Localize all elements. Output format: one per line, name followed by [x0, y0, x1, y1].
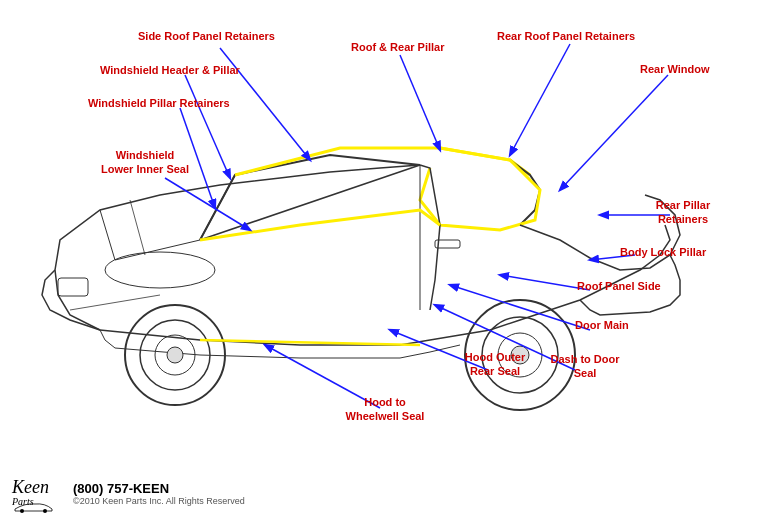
- footer-copyright: ©2010 Keen Parts Inc. All Rights Reserve…: [73, 496, 245, 506]
- side-roof-panel-retainers-label: Side Roof Panel Retainers: [138, 29, 275, 43]
- roof-rear-pillar-label: Roof & Rear Pillar: [351, 40, 445, 54]
- rear-pillar-retainers-label: Rear Pillar Retainers: [643, 198, 723, 227]
- logo-icon: Keen Parts: [10, 473, 65, 513]
- rear-window-label: Rear Window: [640, 62, 710, 76]
- svg-line-14: [510, 44, 570, 155]
- svg-rect-9: [58, 278, 88, 296]
- svg-point-4: [167, 347, 183, 363]
- windshield-pillar-retainers-label: Windshield Pillar Retainers: [88, 96, 230, 110]
- svg-point-0: [105, 252, 215, 288]
- door-main-label: Door Main: [575, 318, 629, 332]
- rear-roof-panel-retainers-label: Rear Roof Panel Retainers: [497, 29, 635, 43]
- svg-line-16: [560, 75, 668, 190]
- windshield-header-pillar-label: Windshield Header & Pillar: [100, 63, 240, 77]
- hood-to-wheelwell-seal-label: Hood to Wheelwell Seal: [340, 395, 430, 424]
- windshield-lower-inner-seal-label: Windshield Lower Inner Seal: [100, 148, 190, 177]
- svg-text:Keen: Keen: [11, 477, 49, 497]
- roof-panel-side-label: Roof Panel Side: [577, 279, 661, 293]
- footer-phone: (800) 757-KEEN: [73, 481, 245, 496]
- body-lock-pillar-label: Body Lock Pillar: [620, 245, 706, 259]
- svg-line-13: [400, 55, 440, 150]
- svg-point-28: [20, 509, 24, 513]
- svg-point-29: [43, 509, 47, 513]
- svg-line-10: [70, 295, 160, 310]
- svg-line-22: [450, 285, 590, 330]
- svg-line-15: [185, 75, 230, 178]
- diagram-container: Side Roof Panel Retainers Roof & Rear Pi…: [0, 0, 770, 518]
- footer-info: (800) 757-KEEN ©2010 Keen Parts Inc. All…: [73, 481, 245, 506]
- footer: Keen Parts (800) 757-KEEN ©2010 Keen Par…: [10, 473, 245, 513]
- dash-to-door-seal-label: Dash to Door Seal: [545, 352, 625, 381]
- hood-outer-rear-seal-label: Hood Outer Rear Seal: [455, 350, 535, 379]
